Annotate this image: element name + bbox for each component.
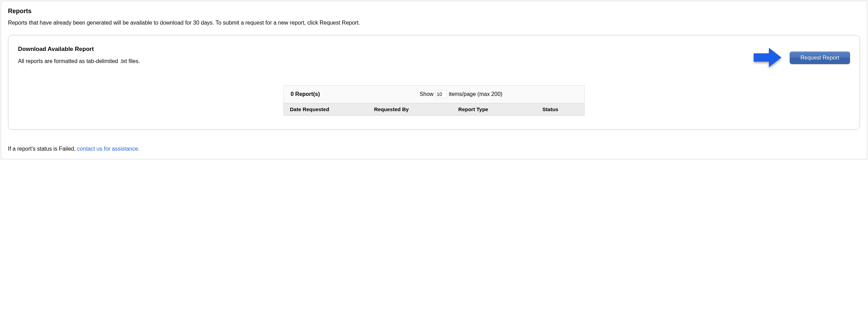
- page-title: Reports: [8, 8, 860, 15]
- report-count: 0 Report(s): [291, 91, 420, 97]
- table-controls: 0 Report(s) Show items/page (max 200): [284, 86, 584, 103]
- reports-table-wrap: 0 Report(s) Show items/page (max 200) Da…: [283, 85, 585, 116]
- svg-marker-0: [754, 48, 781, 67]
- panel-subtitle: All reports are formatted as tab-delimit…: [18, 58, 752, 64]
- show-label-prefix: Show: [420, 91, 434, 97]
- download-panel: Download Available Report All reports ar…: [8, 35, 860, 130]
- panel-header-row: Download Available Report All reports ar…: [18, 44, 850, 71]
- contact-us-link[interactable]: contact us for assistance.: [77, 146, 140, 152]
- reports-table: Date Requested Requested By Report Type …: [284, 103, 584, 115]
- page-intro: Reports that have already been generated…: [8, 20, 860, 26]
- col-status: Status: [536, 104, 584, 115]
- show-label-suffix: items/page (max 200): [449, 91, 503, 97]
- col-requested-by: Requested By: [368, 104, 452, 115]
- table-header-row: Date Requested Requested By Report Type …: [284, 104, 584, 115]
- col-report-type: Report Type: [452, 104, 536, 115]
- panel-actions: Request Report: [752, 46, 850, 70]
- panel-title: Download Available Report: [18, 46, 752, 53]
- col-date-requested: Date Requested: [284, 104, 368, 115]
- footer-prefix: If a report's status is Failed,: [8, 146, 77, 152]
- items-per-page-control: Show items/page (max 200): [420, 90, 503, 98]
- arrow-right-icon: [752, 46, 783, 70]
- items-per-page-input[interactable]: [436, 90, 447, 98]
- panel-left: Download Available Report All reports ar…: [18, 44, 752, 71]
- reports-page: Reports Reports that have already been g…: [1, 1, 867, 159]
- footer-note: If a report's status is Failed, contact …: [8, 146, 860, 152]
- request-report-button[interactable]: Request Report: [790, 52, 850, 64]
